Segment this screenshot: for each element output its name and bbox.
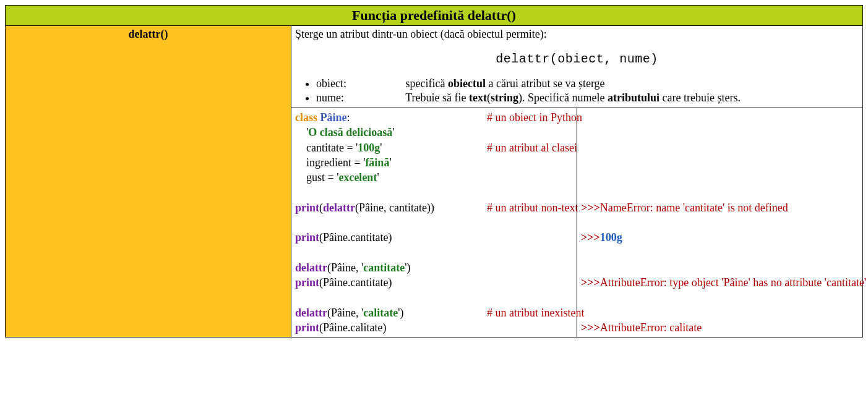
param-nume-mid2: ). Specifică numele: [518, 91, 608, 104]
param-nume-pre: Trebuie să fie: [405, 91, 469, 104]
code-line-2: 'O clasă delicioasă': [295, 125, 573, 140]
param-nume-name: nume:: [316, 91, 403, 104]
output-cell: >>>NameError: name 'cantitate' is not de…: [577, 108, 863, 337]
param-nume: nume: Trebuie să fie text(string). Speci…: [316, 91, 859, 106]
code-blank-13: [295, 291, 573, 305]
out-line-9: >>>100g: [581, 230, 859, 245]
code-line-4: ingredient = 'făină': [295, 155, 573, 170]
header-title: Funcția predefinită delattr(): [352, 7, 516, 23]
code-line-5: gust = 'excelent': [295, 170, 573, 185]
code-blank-10: [295, 245, 573, 260]
code-line-9: print(Pâine.cantitate): [295, 230, 573, 245]
out-line-7: >>>NameError: name 'cantitate' is not de…: [581, 200, 859, 215]
out-blank-11: [581, 260, 859, 275]
table-header: Funcția predefinită delattr(): [6, 6, 863, 26]
out-blank-13: [581, 291, 859, 305]
out-blank-6: [581, 185, 859, 200]
code-blank-6: [295, 185, 573, 200]
code-line-3: cantitate = '100g'# un atribut al clasei: [295, 140, 573, 155]
param-obiect-name: obiect:: [316, 77, 403, 90]
code-blank-8: [295, 215, 573, 230]
out-blank-4: [581, 155, 859, 170]
param-nume-post: care trebuie șters.: [660, 91, 741, 104]
delattr-reference-table: Funcția predefinită delattr() delattr() …: [5, 5, 863, 337]
out-line-15: >>>AttributeError: calitate: [581, 320, 859, 335]
syntax-signature: delattr(obiect, nume): [295, 52, 859, 66]
out-blank-14: [581, 305, 859, 320]
out-line-12: >>>AttributeError: type object 'Pâine' h…: [581, 275, 859, 290]
code-line-11: delattr(Pâine, 'cantitate'): [295, 260, 573, 275]
param-nume-bold1: text: [469, 91, 487, 104]
out-blank-3: [581, 140, 859, 155]
code-example-cell: class Pâine:# un obiect in Python 'O cla…: [291, 108, 577, 337]
out-blank-1: [581, 110, 859, 125]
sidebar-label: delattr(): [129, 28, 168, 40]
param-nume-bold2: string: [491, 91, 518, 104]
description-intro: Șterge un atribut dintr-un obiect (dacă …: [295, 28, 859, 41]
param-obiect: obiect: specifică obiectul a cărui atrib…: [316, 77, 859, 91]
param-obiect-post: a cărui atribut se va șterge: [486, 77, 605, 90]
code-line-1: class Pâine:# un obiect in Python: [295, 110, 573, 125]
description-cell: Șterge un atribut dintr-un obiect (dacă …: [291, 26, 863, 108]
code-line-7: print(delattr(Pâine, cantitate))# un atr…: [295, 200, 573, 215]
out-blank-8: [581, 215, 859, 230]
parameter-list: obiect: specifică obiectul a cărui atrib…: [316, 77, 859, 106]
out-blank-5: [581, 170, 859, 185]
out-blank-2: [581, 125, 859, 140]
param-obiect-pre: specifică: [406, 77, 448, 90]
sidebar-function-name: delattr(): [6, 26, 291, 337]
param-obiect-bold: obiectul: [448, 77, 486, 90]
code-line-14: delattr(Pâine, 'calitate')# un atribut i…: [295, 305, 573, 320]
code-line-15: print(Pâine.calitate): [295, 320, 573, 335]
code-line-12: print(Pâine.cantitate): [295, 275, 573, 290]
out-blank-10: [581, 245, 859, 260]
param-nume-bold3: atributului: [608, 91, 660, 104]
